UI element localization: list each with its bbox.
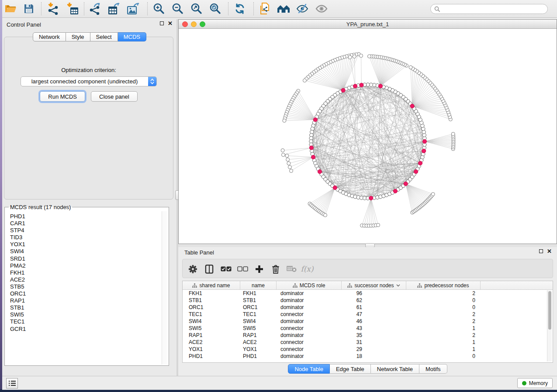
first-neighbors-button[interactable] (276, 1, 291, 16)
table-scrollbar-thumb[interactable] (548, 291, 551, 330)
mcds-node-item[interactable]: CAR1 (10, 220, 26, 227)
zoom-in-button[interactable] (151, 1, 167, 16)
export-image-button[interactable] (126, 1, 142, 16)
mcds-node-item[interactable]: SWI5 (10, 311, 26, 318)
mcds-node-item[interactable]: PMA2 (10, 262, 26, 269)
zoom-selected-button[interactable] (208, 1, 223, 16)
table-row[interactable]: TEC1TEC1connector472 (183, 311, 553, 318)
mcds-node-item[interactable]: FKH1 (10, 269, 26, 276)
cell-successor-nodes: 43 (342, 325, 406, 331)
search-input[interactable] (442, 6, 544, 12)
memory-button[interactable]: Memory (517, 378, 553, 388)
select-all-columns-button[interactable] (220, 264, 232, 274)
export-table-icon (107, 3, 121, 15)
table-row[interactable]: FKH1FKH1dominator962 (183, 290, 553, 297)
mcds-result-box: MCDS result (17 nodes) PHD1CAR1STP4TID3Y… (4, 204, 169, 366)
tab-node-table[interactable]: Node Table (288, 364, 330, 374)
column-header-successor-nodes[interactable]: successor nodes (342, 281, 406, 290)
tab-edge-table[interactable]: Edge Table (330, 364, 371, 374)
mcds-result-scrollbar[interactable] (162, 211, 167, 364)
close-panel-icon[interactable]: ✕ (547, 249, 552, 253)
close-panel-icon[interactable]: ✕ (168, 21, 173, 25)
table-row[interactable]: STB1STB1dominator620 (183, 297, 553, 304)
close-panel-button[interactable]: Close panel (91, 91, 138, 102)
network-window-titlebar[interactable]: YPA_prune.txt_1 (179, 20, 557, 29)
unselect-all-columns-button[interactable] (237, 264, 248, 274)
cell-predecessor-nodes: 0 (406, 297, 481, 303)
delete-column-button[interactable] (270, 264, 281, 274)
column-header-MCDS-role[interactable]: MCDS role (277, 281, 342, 290)
cell-predecessor-nodes: 2 (406, 311, 481, 317)
export-table-button[interactable] (107, 1, 122, 16)
column-settings-button[interactable] (187, 264, 198, 274)
table-row[interactable]: ORC1ORC1dominator610 (183, 304, 553, 311)
table-row[interactable]: PHD1PHD1dominator180 (183, 353, 553, 360)
mcds-node-item[interactable]: GCR1 (10, 326, 26, 333)
export-network-button[interactable] (87, 1, 103, 16)
panel-list-button[interactable] (6, 378, 18, 389)
table-row[interactable]: SWI5SWI5connector431 (183, 325, 553, 332)
table-scrollbar[interactable] (547, 290, 552, 361)
zoom-out-button[interactable] (170, 1, 186, 16)
zoom-fit-button[interactable] (189, 1, 204, 16)
function-builder-button[interactable]: f(x) (301, 264, 313, 274)
clone-network-button[interactable] (257, 1, 273, 16)
toolbar-separator (147, 2, 148, 15)
horizontal-splitter[interactable] (178, 244, 557, 247)
hide-selected-button[interactable] (294, 1, 310, 16)
cell-successor-nodes: 96 (342, 290, 406, 296)
table-row[interactable]: SWI4SWI4dominator462 (183, 318, 553, 325)
table-row[interactable]: YOX1YOX1connector291 (183, 346, 553, 353)
mcds-node-item[interactable]: TID3 (10, 234, 26, 241)
open-session-button[interactable] (3, 1, 18, 16)
mcds-node-item[interactable]: YOX1 (10, 241, 26, 248)
mcds-node-item[interactable]: SWI4 (10, 248, 26, 255)
run-mcds-button[interactable]: Run MCDS (40, 91, 85, 102)
network-canvas[interactable] (179, 29, 557, 244)
mcds-node-item[interactable]: ORC1 (10, 290, 26, 297)
search-field (430, 4, 548, 14)
table-panel-tabs: Node TableEdge TableNetwork TableMotifs (178, 364, 557, 374)
zoom-in-icon (153, 3, 165, 15)
refresh-button[interactable] (232, 1, 248, 16)
mcds-node-item[interactable]: STP4 (10, 227, 26, 234)
delete-table-button[interactable] (286, 264, 297, 274)
tab-mcds[interactable]: MCDS (118, 32, 146, 41)
import-table-button[interactable] (65, 1, 80, 16)
float-panel-icon[interactable] (539, 249, 543, 253)
add-column-button[interactable] (253, 264, 265, 274)
mcds-node-item[interactable]: SRD1 (10, 255, 26, 262)
cell-MCDS-role: dominator (277, 290, 342, 296)
toolbar-separator (228, 2, 228, 15)
cell-name: SWI5 (240, 325, 277, 331)
column-header-name[interactable]: name (240, 281, 277, 290)
export-image-icon (127, 3, 141, 15)
float-panel-icon[interactable] (160, 21, 164, 25)
tab-network[interactable]: Network (33, 32, 66, 41)
eye-icon (315, 3, 328, 14)
save-session-button[interactable] (21, 1, 37, 16)
refresh-icon (234, 3, 246, 14)
cell-MCDS-role: dominator (277, 304, 342, 310)
tab-select[interactable]: Select (90, 32, 118, 41)
import-network-button[interactable] (45, 1, 61, 16)
export-network-icon (89, 3, 102, 15)
tab-network-table[interactable]: Network Table (371, 364, 419, 374)
table-row[interactable]: ACE2ACE2connector311 (183, 339, 553, 346)
mcds-node-item[interactable]: STB1 (10, 304, 26, 311)
mcds-node-item[interactable]: PHD1 (10, 213, 26, 220)
tab-style[interactable]: Style (66, 32, 90, 41)
mcds-node-item[interactable]: ACE2 (10, 276, 26, 283)
column-header-predecessor-nodes[interactable]: predecessor nodes (406, 281, 481, 290)
show-all-button[interactable] (314, 1, 329, 16)
show-columns-button[interactable] (204, 264, 215, 274)
tab-motifs[interactable]: Motifs (419, 364, 447, 374)
cell-successor-nodes: 18 (342, 353, 406, 359)
mcds-node-item[interactable]: STB5 (10, 283, 26, 290)
toolbar-separator (41, 2, 42, 15)
criterion-dropdown[interactable]: largest connected component (undirected) (21, 76, 157, 86)
mcds-node-item[interactable]: RAP1 (10, 297, 26, 304)
column-header-shared-name[interactable]: shared name (183, 281, 240, 290)
mcds-node-item[interactable]: TEC1 (10, 318, 26, 325)
table-row[interactable]: RAP1RAP1dominator352 (183, 332, 553, 339)
